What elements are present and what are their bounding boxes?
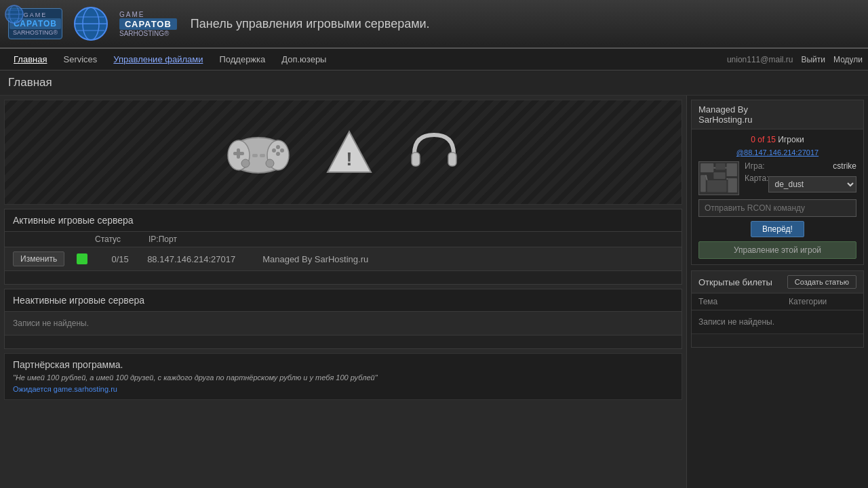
partner-quote: "Не имей 100 рублей, а имей 100 друзей, … (13, 373, 673, 382)
create-article-button[interactable]: Создать статью (787, 275, 856, 289)
nav-user-email: union111@mail.ru (727, 55, 793, 64)
logo-sarhosting-text: SARHOSTING® (119, 30, 170, 37)
globe-icon (4, 4, 24, 24)
svg-rect-28 (701, 163, 713, 172)
forward-button[interactable]: Вперёд! (751, 221, 804, 237)
svg-rect-29 (715, 163, 725, 170)
svg-rect-26 (448, 152, 456, 166)
nav-item-support[interactable]: Поддержка (211, 50, 273, 68)
svg-rect-20 (260, 154, 265, 157)
tickets-header: Открытые билеты Создать статью (692, 271, 863, 293)
server-info-body: 0 of 15 Игроки @88.147.146.214:27017 (692, 129, 863, 264)
server-address-link[interactable]: @88.147.146.214:27017 (736, 148, 818, 157)
players-count-text: 0 of 15 (751, 135, 776, 144)
globe-icon (73, 6, 108, 41)
svg-rect-33 (728, 178, 736, 192)
warning-icon: ! (325, 128, 374, 177)
server-ip: 88.147.146.214:27017 (147, 254, 256, 264)
partner-section: Партнёрская программа. "Не имей 100 рубл… (4, 353, 682, 400)
managed-by-text: Managed By SarHosting.ru (262, 254, 673, 264)
svg-text:!: ! (346, 148, 352, 169)
ticket-col-theme: Тема (698, 297, 789, 306)
navbar: Главная Services Управление файлами Подд… (0, 49, 868, 70)
svg-rect-14 (237, 148, 240, 159)
logo-sarhosting: SARHOSTING® (13, 29, 58, 36)
tickets-heading: Открытые билеты (698, 277, 772, 287)
nav-modules[interactable]: Модули (833, 55, 863, 64)
server-info-header: Managed By SarHosting.ru (692, 100, 863, 129)
svg-point-18 (276, 145, 280, 149)
main-content: ! Активные игровые сервера Статус IP:Пор… (0, 96, 686, 488)
banner-area: ! (4, 100, 682, 205)
rcon-input[interactable] (698, 199, 856, 217)
headset-icon (408, 128, 460, 177)
page-title-bar: Главная (0, 70, 868, 96)
logo-block: GAME САРАТОВ SARHOSTING® (8, 8, 62, 39)
svg-point-17 (280, 148, 284, 152)
nav-item-users[interactable]: Доп.юзеры (273, 50, 334, 68)
svg-rect-19 (252, 154, 258, 157)
nav-item-home[interactable]: Главная (5, 50, 55, 68)
tickets-empty-msg: Записи не найдены. (692, 310, 863, 333)
tickets-section: Открытые билеты Создать статью Тема Кате… (691, 270, 864, 348)
header: GAME САРАТОВ SARHOSTING® GAME САРАТОВ SA… (0, 0, 868, 49)
status-indicator (77, 253, 87, 264)
managed-by-name: SarHosting.ru (698, 115, 752, 125)
col-status-label: Статус (81, 235, 135, 244)
server-info-box: Managed By SarHosting.ru 0 of 15 Игроки … (691, 100, 864, 265)
partner-link[interactable]: Ожидается game.sarhosting.ru (13, 385, 117, 393)
change-server-button[interactable]: Изменить (13, 251, 64, 266)
managed-by-heading: Managed By SarHosting.ru (698, 104, 752, 125)
active-servers-section: Активные игровые сервера Статус IP:Порт … (4, 209, 682, 285)
tickets-footer (692, 333, 863, 347)
inactive-servers-heading: Неактивные игровые сервера (4, 289, 682, 312)
svg-rect-32 (707, 180, 727, 192)
ticket-col-category: Категории (789, 297, 856, 306)
inactive-servers-empty: Записи не найдены. (4, 312, 682, 336)
logo-game: GAME (24, 12, 47, 18)
sidebar: Managed By SarHosting.ru 0 of 15 Игроки … (686, 96, 868, 488)
inactive-servers-spacer (4, 336, 682, 349)
game-info-row: Игра: cstrike (745, 161, 856, 171)
nav-logout[interactable]: Выйти (801, 55, 825, 64)
map-image (699, 162, 738, 195)
manage-game-button[interactable]: Управление этой игрой (698, 241, 856, 259)
svg-rect-30 (727, 163, 737, 176)
players-count: 0/15 (100, 254, 140, 264)
server-row: Изменить 0/15 88.147.146.214:27017 Manag… (4, 247, 682, 271)
active-servers-table-header: Статус IP:Порт (4, 232, 682, 247)
header-title: Панель управления игровыми серверами. (191, 17, 430, 31)
nav-item-files[interactable]: Управление файлами (105, 50, 211, 68)
map-thumbnail (698, 161, 739, 195)
col-ip-label: IP:Порт (149, 235, 257, 244)
svg-point-15 (272, 148, 276, 152)
svg-rect-25 (412, 152, 420, 166)
gamepad-icon (226, 129, 291, 176)
map-select[interactable]: de_dust de_dust2 cs_assault de_aztec (768, 176, 856, 192)
game-value: cstrike (833, 161, 856, 171)
svg-point-22 (266, 159, 274, 167)
svg-rect-34 (713, 172, 725, 179)
tickets-columns: Тема Категории (692, 293, 863, 310)
svg-point-16 (276, 152, 280, 156)
nav-item-services[interactable]: Services (55, 50, 105, 68)
active-servers-heading: Активные игровые сервера (4, 209, 682, 232)
server-mini-info: Игра: cstrike Карта: de_dust de_dust2 cs… (698, 161, 856, 195)
map-info-row: Карта: de_dust de_dust2 cs_assault de_az… (745, 174, 856, 192)
server-details: Игра: cstrike Карта: de_dust de_dust2 cs… (745, 161, 856, 195)
svg-point-21 (241, 159, 250, 167)
page-title: Главная (8, 76, 860, 89)
svg-rect-31 (701, 175, 706, 192)
inactive-servers-section: Неактивные игровые сервера Записи не най… (4, 289, 682, 349)
main-layout: ! Активные игровые сервера Статус IP:Пор… (0, 96, 868, 488)
partner-heading: Партнёрская программа. (13, 359, 673, 370)
logo-saratov-text: САРАТОВ (119, 18, 177, 30)
active-servers-spacer (4, 271, 682, 285)
logo-game-text: GAME (119, 11, 144, 18)
server-players-info: 0 of 15 Игроки (698, 135, 856, 144)
